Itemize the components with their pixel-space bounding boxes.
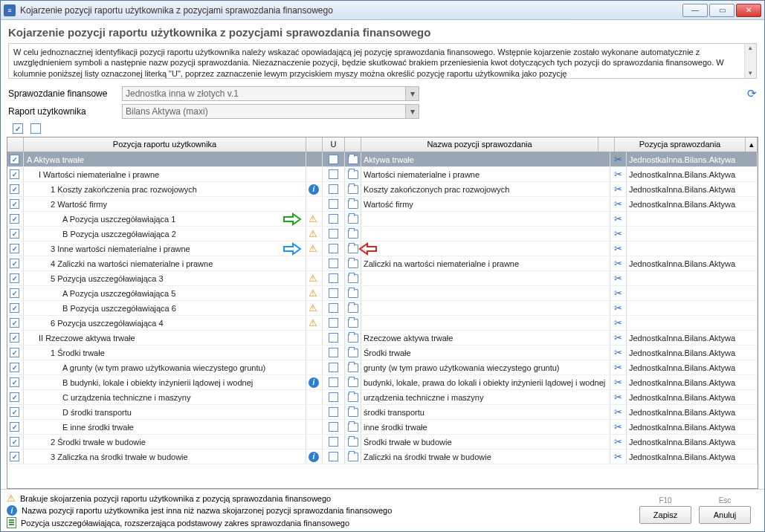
folder-icon[interactable] <box>345 405 361 419</box>
raport-combo[interactable]: Bilans Aktywa (maxi) ▾ <box>122 104 419 119</box>
folder-icon[interactable] <box>345 256 361 270</box>
row-checkbox[interactable] <box>10 392 19 402</box>
scissors-icon[interactable]: ✂ <box>610 241 627 256</box>
u-checkbox[interactable] <box>329 244 338 253</box>
u-checkbox[interactable] <box>329 437 338 447</box>
refresh-icon[interactable]: ⟳ <box>747 87 757 100</box>
table-row[interactable]: 6 Pozycja uszczegóławiająca 4⚠✂ <box>7 316 758 331</box>
table-row[interactable]: 2 Środki trwałe w budowieŚrodki trwałe w… <box>7 435 758 450</box>
u-checkbox[interactable] <box>329 288 338 298</box>
table-row[interactable]: A grunty (w tym prawo użytkowania wieczy… <box>7 360 758 375</box>
col-header-u[interactable]: U <box>323 137 345 152</box>
table-row[interactable]: A Aktywa trwałeAktywa trwałe✂JednostkaIn… <box>7 152 758 167</box>
scissors-icon[interactable]: ✂ <box>610 256 627 270</box>
folder-icon[interactable] <box>345 375 361 389</box>
row-checkbox[interactable] <box>10 214 19 224</box>
scissors-icon[interactable]: ✂ <box>610 450 627 464</box>
scissors-icon[interactable]: ✂ <box>610 331 627 345</box>
save-button[interactable]: Zapisz <box>639 506 691 524</box>
folder-icon[interactable] <box>345 241 361 256</box>
u-checkbox[interactable] <box>329 422 338 432</box>
row-checkbox[interactable] <box>10 288 19 298</box>
u-checkbox[interactable] <box>329 452 338 461</box>
row-checkbox[interactable] <box>10 169 19 179</box>
u-checkbox[interactable] <box>329 229 338 239</box>
u-checkbox[interactable] <box>329 333 338 343</box>
folder-icon[interactable] <box>345 212 361 226</box>
col-header-checkbox[interactable] <box>7 137 24 152</box>
table-row[interactable]: 4 Zaliczki na wartości niematerialne i p… <box>7 256 758 271</box>
u-checkbox[interactable] <box>329 199 338 209</box>
row-checkbox[interactable] <box>10 452 19 461</box>
table-row[interactable]: C urządzenia techniczne i maszynyurządze… <box>7 390 758 405</box>
row-checkbox[interactable] <box>10 184 19 194</box>
scissors-icon[interactable]: ✂ <box>610 346 627 360</box>
folder-icon[interactable] <box>345 271 361 285</box>
u-checkbox[interactable] <box>329 392 338 402</box>
description-scrollbar[interactable]: ▴▾ <box>744 44 756 78</box>
table-row[interactable]: B Pozycja uszczegóławiająca 2⚠✂ <box>7 227 758 241</box>
folder-icon[interactable] <box>345 331 361 345</box>
table-row[interactable]: 1 Środki trwałeŚrodki trwałe✂JednostkaIn… <box>7 346 758 360</box>
chevron-down-icon[interactable]: ▾ <box>405 87 419 100</box>
col-header-pozycja-spr[interactable]: Pozycja sprawozdania <box>615 137 746 152</box>
folder-icon[interactable] <box>345 167 361 181</box>
table-row[interactable]: E inne środki trwałeinne środki trwałe✂J… <box>7 420 758 435</box>
table-row[interactable]: B Pozycja uszczegóławiająca 6⚠✂ <box>7 301 758 316</box>
folder-icon[interactable] <box>345 360 361 374</box>
grid-body[interactable]: A Aktywa trwałeAktywa trwałe✂JednostkaIn… <box>7 152 758 488</box>
row-checkbox[interactable] <box>10 259 19 268</box>
scissors-icon[interactable]: ✂ <box>610 360 627 374</box>
u-checkbox[interactable] <box>329 214 338 224</box>
folder-icon[interactable] <box>345 316 361 330</box>
scissors-icon[interactable]: ✂ <box>610 167 627 181</box>
scissors-icon[interactable]: ✂ <box>610 197 627 211</box>
scissors-icon[interactable]: ✂ <box>610 316 627 330</box>
u-checkbox[interactable] <box>329 363 338 372</box>
row-checkbox[interactable] <box>10 229 19 239</box>
folder-icon[interactable] <box>345 227 361 241</box>
u-checkbox[interactable] <box>329 407 338 417</box>
scissors-icon[interactable]: ✂ <box>610 375 627 389</box>
sprawozdanie-combo[interactable]: Jednostka inna w złotych v.1 ▾ <box>122 86 419 101</box>
close-button[interactable]: ✕ <box>736 4 761 17</box>
folder-icon[interactable] <box>345 301 361 315</box>
scissors-icon[interactable]: ✂ <box>610 227 627 241</box>
table-row[interactable]: 5 Pozycja uszczegóławiająca 3⚠✂ <box>7 271 758 286</box>
row-checkbox[interactable] <box>10 333 19 343</box>
chevron-down-icon[interactable]: ▾ <box>405 105 419 118</box>
row-checkbox[interactable] <box>10 363 19 372</box>
u-checkbox[interactable] <box>329 273 338 283</box>
scissors-icon[interactable]: ✂ <box>610 271 627 285</box>
scissors-icon[interactable]: ✂ <box>610 286 627 300</box>
scissors-icon[interactable]: ✂ <box>610 152 627 166</box>
row-checkbox[interactable] <box>10 377 19 387</box>
u-checkbox[interactable] <box>329 259 338 268</box>
u-checkbox[interactable] <box>329 169 338 179</box>
u-checkbox[interactable] <box>329 377 338 387</box>
scissors-icon[interactable]: ✂ <box>610 212 627 226</box>
maximize-button[interactable]: ▭ <box>709 4 735 17</box>
select-all-checkbox[interactable] <box>13 123 23 134</box>
secondary-checkbox[interactable] <box>30 123 41 134</box>
cancel-button[interactable]: Anuluj <box>699 506 751 524</box>
row-checkbox[interactable] <box>10 244 19 253</box>
col-header-pozycja-raportu[interactable]: Pozycja raportu użytkownika <box>24 137 306 152</box>
u-checkbox[interactable] <box>329 348 338 357</box>
table-row[interactable]: 3 Inne wartości niematerialne i prawne⚠✂ <box>7 241 758 256</box>
scissors-icon[interactable]: ✂ <box>610 435 627 449</box>
u-checkbox[interactable] <box>329 184 338 194</box>
row-checkbox[interactable] <box>10 155 19 164</box>
row-checkbox[interactable] <box>10 348 19 357</box>
row-checkbox[interactable] <box>10 273 19 283</box>
table-row[interactable]: II Rzeczowe aktywa trwałeRzeczowe aktywa… <box>7 331 758 346</box>
row-checkbox[interactable] <box>10 422 19 432</box>
table-row[interactable]: I Wartości niematerialne i prawneWartośc… <box>7 167 758 182</box>
scissors-icon[interactable]: ✂ <box>610 301 627 315</box>
table-row[interactable]: B budynki, lokale i obiekty inżynierii l… <box>7 375 758 390</box>
scissors-icon[interactable]: ✂ <box>610 405 627 419</box>
u-checkbox[interactable] <box>329 155 338 164</box>
folder-icon[interactable] <box>345 435 361 449</box>
table-row[interactable]: 1 Koszty zakończenia prac rozwojowychiKo… <box>7 182 758 197</box>
folder-icon[interactable] <box>345 286 361 300</box>
